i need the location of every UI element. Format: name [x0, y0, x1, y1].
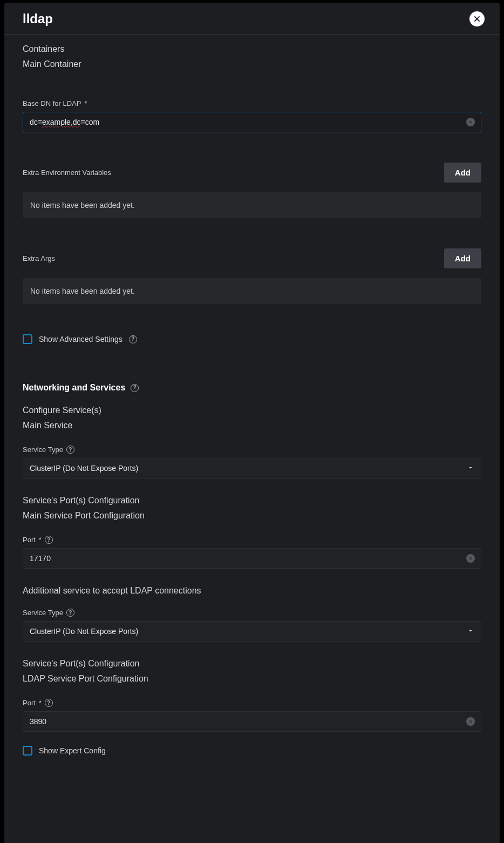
modal-body: Containers Main Container Base DN for LD…	[4, 35, 500, 843]
service-type-select-wrap: ClusterIP (Do Not Expose Ports)	[23, 458, 481, 478]
service-type-select[interactable]: ClusterIP (Do Not Expose Ports)	[23, 458, 481, 478]
modal-panel: lldap Containers Main Container Base DN …	[4, 3, 500, 843]
main-port-config-heading: Main Service Port Configuration	[23, 511, 481, 521]
main-service-heading: Main Service	[23, 421, 481, 430]
main-container-heading: Main Container	[23, 59, 481, 69]
configure-services-heading: Configure Service(s)	[23, 406, 481, 415]
clear-input-button[interactable]	[466, 554, 475, 563]
env-vars-section: Extra Environment Variables Add No items…	[23, 163, 481, 218]
ldap-port-input[interactable]	[23, 711, 481, 732]
networking-section-title: Networking and Services ?	[23, 383, 481, 393]
x-icon	[468, 719, 473, 724]
main-port-input[interactable]	[23, 548, 481, 569]
help-icon[interactable]: ?	[131, 384, 139, 392]
x-icon	[468, 120, 473, 124]
modal-title: lldap	[23, 11, 53, 26]
x-icon	[468, 556, 473, 561]
show-expert-checkbox[interactable]	[23, 746, 32, 756]
clear-input-button[interactable]	[466, 118, 475, 126]
add-env-var-button[interactable]: Add	[444, 163, 481, 183]
close-button[interactable]	[469, 11, 485, 26]
add-extra-arg-button[interactable]: Add	[444, 248, 481, 268]
service-type-field: Service Type ? ClusterIP (Do Not Expose …	[23, 446, 481, 478]
ports-config-heading: Service's Port(s) Configuration	[23, 496, 481, 505]
containers-heading: Containers	[23, 44, 481, 54]
extra-args-header: Extra Args Add	[23, 248, 481, 268]
base-dn-label: Base DN for LDAP *	[23, 99, 481, 107]
ldap-service-type-field: Service Type ? ClusterIP (Do Not Expose …	[23, 609, 481, 642]
ldap-port-config-heading: LDAP Service Port Configuration	[23, 674, 481, 684]
help-icon[interactable]: ?	[45, 536, 53, 544]
base-dn-input-wrap: dc=example,dc=com	[23, 112, 481, 132]
show-expert-label: Show Expert Config	[39, 746, 106, 755]
ldap-service-type-select[interactable]: ClusterIP (Do Not Expose Ports)	[23, 621, 481, 642]
main-port-field: Port * ?	[23, 536, 481, 569]
additional-service-heading: Additional service to accept LDAP connec…	[23, 586, 481, 596]
modal-header: lldap	[4, 3, 500, 35]
extra-args-section: Extra Args Add No items have been added …	[23, 248, 481, 304]
chevron-down-icon	[467, 626, 474, 636]
env-vars-empty: No items have been added yet.	[23, 192, 481, 218]
clear-input-button[interactable]	[466, 717, 475, 726]
ldap-service-type-select-wrap: ClusterIP (Do Not Expose Ports)	[23, 621, 481, 642]
ldap-ports-config-heading: Service's Port(s) Configuration	[23, 659, 481, 669]
env-vars-label: Extra Environment Variables	[23, 168, 111, 177]
ldap-port-input-wrap	[23, 711, 481, 732]
ldap-port-label: Port * ?	[23, 699, 481, 707]
help-icon[interactable]: ?	[66, 446, 74, 454]
ldap-service-type-label: Service Type ?	[23, 609, 481, 617]
help-icon[interactable]: ?	[66, 609, 74, 617]
show-expert-row: Show Expert Config	[23, 746, 481, 756]
chevron-down-icon	[467, 463, 474, 473]
env-vars-header: Extra Environment Variables Add	[23, 163, 481, 183]
show-advanced-checkbox[interactable]	[23, 334, 32, 344]
base-dn-field: Base DN for LDAP * dc=example,dc=com	[23, 99, 481, 132]
extra-args-label: Extra Args	[23, 254, 55, 262]
show-advanced-label: Show Advanced Settings	[39, 335, 122, 343]
close-icon	[473, 15, 481, 23]
main-port-label: Port * ?	[23, 536, 481, 544]
help-icon[interactable]: ?	[45, 699, 53, 707]
help-icon[interactable]: ?	[129, 335, 137, 343]
service-type-label: Service Type ?	[23, 446, 481, 454]
show-advanced-row: Show Advanced Settings ?	[23, 334, 481, 344]
extra-args-empty: No items have been added yet.	[23, 278, 481, 304]
ldap-port-field: Port * ?	[23, 699, 481, 732]
main-port-input-wrap	[23, 548, 481, 569]
base-dn-input[interactable]: dc=example,dc=com	[23, 112, 481, 132]
